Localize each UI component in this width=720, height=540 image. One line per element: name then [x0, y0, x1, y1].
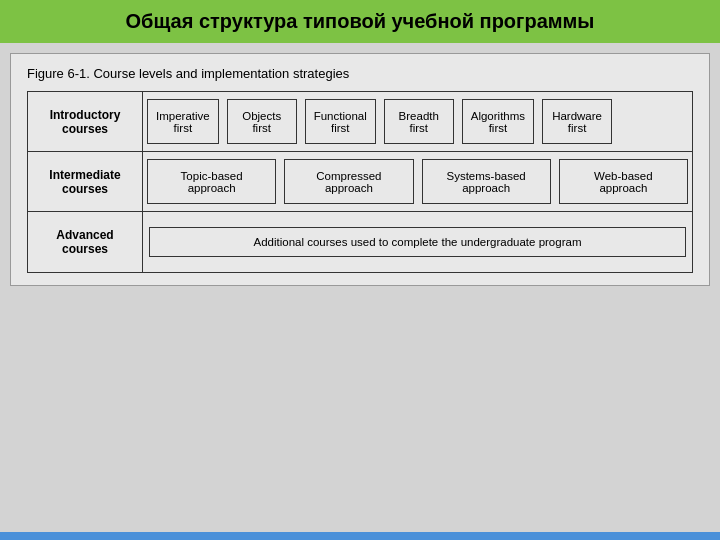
- cell-systems-based: Systems-basedapproach: [422, 159, 551, 204]
- cell-hardware-first: Hardwarefirst: [542, 99, 612, 144]
- introductory-cells: Imperativefirst Objectsfirst Functionalf…: [143, 92, 692, 151]
- intermediate-row: Intermediatecourses Topic-basedapproach …: [28, 152, 692, 212]
- introductory-label: Introductorycourses: [28, 92, 143, 151]
- cell-functional-first: Functionalfirst: [305, 99, 376, 144]
- advanced-cells: Additional courses used to complete the …: [143, 212, 692, 272]
- cell-topic-based: Topic-basedapproach: [147, 159, 276, 204]
- cell-objects-first: Objectsfirst: [227, 99, 297, 144]
- bottom-bar: [0, 532, 720, 540]
- cell-algorithms-first: Algorithmsfirst: [462, 99, 534, 144]
- page-title: Общая структура типовой учебной программ…: [126, 10, 595, 32]
- cell-additional-courses: Additional courses used to complete the …: [149, 227, 686, 257]
- intermediate-label: Intermediatecourses: [28, 152, 143, 211]
- introductory-row: Introductorycourses Imperativefirst Obje…: [28, 92, 692, 152]
- cell-breadth-first: Breadthfirst: [384, 99, 454, 144]
- cell-imperative-first: Imperativefirst: [147, 99, 219, 144]
- course-table: Introductorycourses Imperativefirst Obje…: [27, 91, 693, 273]
- cell-web-based: Web-basedapproach: [559, 159, 688, 204]
- figure-caption: Figure 6-1. Course levels and implementa…: [27, 66, 693, 81]
- cell-compressed: Compressedapproach: [284, 159, 413, 204]
- advanced-row: Advancedcourses Additional courses used …: [28, 212, 692, 272]
- page-header: Общая структура типовой учебной программ…: [0, 0, 720, 43]
- advanced-label: Advancedcourses: [28, 212, 143, 272]
- intermediate-cells: Topic-basedapproach Compressedapproach S…: [143, 152, 692, 211]
- content-area: Figure 6-1. Course levels and implementa…: [10, 53, 710, 286]
